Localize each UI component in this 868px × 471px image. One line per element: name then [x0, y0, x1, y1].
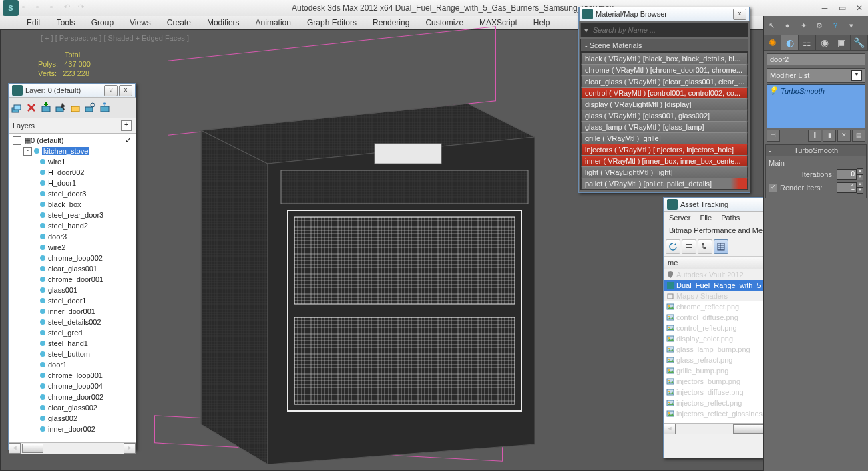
- render-iters-spinner[interactable]: 1 ▲▼: [837, 182, 863, 194]
- material-item[interactable]: chrome ( VRayMtl ) [chrome_door001, chro…: [581, 64, 748, 76]
- asset-sub-bitmap[interactable]: Bitmap Performance and Memory: [669, 226, 779, 234]
- material-item[interactable]: display ( VRayLightMtl ) [display]: [581, 98, 748, 110]
- material-section-header[interactable]: - Scene Materials: [580, 39, 748, 52]
- layer-item[interactable]: wire2: [9, 242, 136, 253]
- material-item[interactable]: light ( VRayLightMtl ) [light]: [581, 166, 748, 178]
- object-name-field[interactable]: door2: [767, 53, 865, 65]
- layer-item[interactable]: clear_glass001: [9, 263, 136, 274]
- layer-item[interactable]: door1: [9, 359, 136, 370]
- layer-item[interactable]: steel_gred: [9, 327, 136, 338]
- asset-menu-server[interactable]: Server: [669, 214, 690, 222]
- layer-add-sel-icon[interactable]: [39, 101, 53, 114]
- asset-refresh-icon[interactable]: [666, 239, 680, 254]
- asset-menu-file[interactable]: File: [700, 214, 712, 222]
- tab-create-icon[interactable]: ✺: [764, 35, 781, 50]
- layer-item[interactable]: inner_door002: [9, 424, 136, 434]
- search-menu-icon[interactable]: ▾: [581, 26, 592, 35]
- material-item[interactable]: injectors ( VRayMtl ) [injectors, inject…: [581, 144, 748, 156]
- asset-view-tree-icon[interactable]: [698, 239, 712, 254]
- quick-access-toolbar[interactable]: ▫ ▫ ▫ ↶ ↷: [21, 2, 89, 14]
- configure-sets-icon[interactable]: ▤: [852, 130, 865, 142]
- modifier-stack[interactable]: 💡 TurboSmooth: [767, 84, 865, 128]
- tab-hierarchy-icon[interactable]: ⚏: [799, 35, 816, 50]
- layer-hide-icon[interactable]: [83, 101, 97, 114]
- collapse-icon[interactable]: -: [769, 146, 771, 154]
- close-button[interactable]: ✕: [851, 2, 868, 14]
- lightbulb-icon[interactable]: 💡: [769, 86, 778, 95]
- material-item[interactable]: grille ( VRayMtl ) [grille]: [581, 132, 748, 144]
- layer-item[interactable]: H_door1: [9, 178, 136, 188]
- layer-item-selected[interactable]: - kitchen_stove: [9, 146, 136, 156]
- layer-item[interactable]: steel_door3: [9, 188, 136, 199]
- layer-select-icon[interactable]: [54, 101, 67, 114]
- layer-item[interactable]: black_box: [9, 199, 136, 210]
- iterations-spinner[interactable]: 0 ▲▼: [837, 168, 863, 180]
- material-item[interactable]: inner ( VRayMtl ) [inner_box, inner_box_…: [581, 155, 748, 167]
- menu-edit[interactable]: Edit: [27, 18, 41, 27]
- material-panel-titlebar[interactable]: Material/Map Browser x: [579, 7, 750, 21]
- qat-save-icon[interactable]: ▫: [49, 2, 61, 14]
- scroll-thumb[interactable]: [22, 444, 43, 453]
- new-layer-icon[interactable]: [10, 101, 23, 114]
- minimize-button[interactable]: ─: [816, 2, 833, 14]
- star-icon[interactable]: ✦: [797, 19, 809, 31]
- layer-highlight-icon[interactable]: [69, 101, 82, 114]
- maximize-button[interactable]: ▭: [833, 2, 851, 14]
- layer-item[interactable]: inner_door001: [9, 306, 136, 317]
- modifier-stack-item[interactable]: 💡 TurboSmooth: [769, 86, 863, 95]
- menu-help[interactable]: Help: [533, 18, 550, 27]
- layer-item[interactable]: steel_hand1: [9, 338, 136, 349]
- layer-root[interactable]: - ▦ 0 (default) ✓: [9, 135, 136, 146]
- make-unique-icon[interactable]: ▮: [823, 130, 836, 142]
- material-item[interactable]: clear_glass ( VRayMtl ) [clear_glass001,…: [581, 75, 748, 88]
- menu-animation[interactable]: Animation: [256, 18, 291, 27]
- menu-graph-editors[interactable]: Graph Editors: [307, 18, 357, 27]
- asset-view-list-icon[interactable]: [682, 239, 696, 254]
- remove-modifier-icon[interactable]: ✕: [837, 130, 851, 142]
- tab-display-icon[interactable]: ▣: [833, 35, 851, 50]
- layer-item[interactable]: steel_hand2: [9, 220, 136, 231]
- show-end-result-icon[interactable]: ‖: [808, 130, 821, 142]
- delete-layer-icon[interactable]: [25, 101, 38, 114]
- layer-item[interactable]: glass001: [9, 285, 136, 295]
- layer-item[interactable]: chrome_door001: [9, 274, 136, 285]
- scroll-left-icon[interactable]: ◄: [9, 443, 21, 454]
- rollout-header[interactable]: - TurboSmooth: [766, 145, 866, 156]
- layer-item[interactable]: glass002: [9, 413, 136, 424]
- menu-tools[interactable]: Tools: [57, 18, 75, 27]
- layer-item[interactable]: steel_rear_door3: [9, 210, 136, 220]
- layer-freeze-icon[interactable]: [98, 101, 112, 114]
- layer-panel-titlebar[interactable]: Layer: 0 (default) ? x: [9, 83, 136, 98]
- layer-item[interactable]: chrome_door002: [9, 391, 136, 402]
- material-item[interactable]: control ( VRayMtl ) [control001, control…: [581, 87, 748, 99]
- qat-new-icon[interactable]: ▫: [21, 2, 33, 14]
- layer-item[interactable]: chrome_loop001: [9, 370, 136, 381]
- help-button[interactable]: ?: [104, 85, 118, 96]
- layer-item[interactable]: H_door002: [9, 167, 136, 178]
- expand-columns-button[interactable]: +: [121, 120, 132, 131]
- panel-close-button[interactable]: x: [119, 85, 132, 96]
- layer-item[interactable]: clear_glass002: [9, 402, 136, 413]
- menu-modifiers[interactable]: Modifiers: [207, 18, 240, 27]
- dropdown-icon[interactable]: ▼: [851, 70, 862, 81]
- spinner-down-icon[interactable]: ▼: [857, 188, 863, 194]
- menu-create[interactable]: Create: [167, 18, 191, 27]
- layer-item[interactable]: steel_door1: [9, 295, 136, 306]
- layer-item[interactable]: door3: [9, 231, 136, 242]
- layer-item[interactable]: steel_buttom: [9, 349, 136, 359]
- asset-menu-paths[interactable]: Paths: [721, 214, 740, 222]
- sphere-icon[interactable]: ●: [781, 19, 793, 31]
- material-item[interactable]: glass ( VRayMtl ) [glass001, glass002]: [581, 110, 748, 122]
- tab-modify-icon[interactable]: ◐: [781, 35, 799, 50]
- spinner-up-icon[interactable]: ▲: [857, 182, 863, 188]
- help-icon[interactable]: ?: [829, 19, 841, 31]
- material-item[interactable]: glass_lamp ( VRayMtl ) [glass_lamp]: [581, 121, 748, 133]
- collapse-icon[interactable]: -: [23, 147, 32, 156]
- layer-item[interactable]: wire1: [9, 156, 136, 167]
- menu-customize[interactable]: Customize: [425, 18, 463, 27]
- material-item[interactable]: black ( VRayMtl ) [black_box, black_deta…: [581, 53, 748, 65]
- qat-redo-icon[interactable]: ↷: [77, 2, 89, 14]
- layer-tree[interactable]: - ▦ 0 (default) ✓ - kitchen_stove wire1H…: [9, 134, 136, 442]
- asset-view-table-icon[interactable]: [714, 239, 728, 254]
- layer-item[interactable]: chrome_loop002: [9, 253, 136, 263]
